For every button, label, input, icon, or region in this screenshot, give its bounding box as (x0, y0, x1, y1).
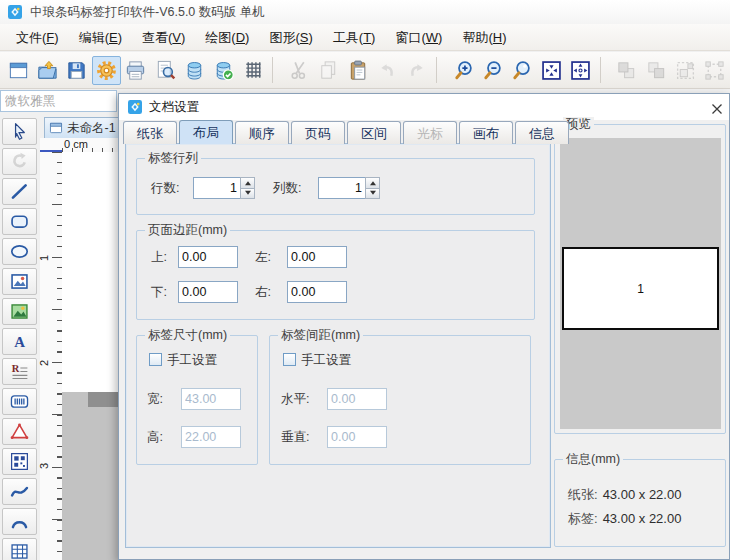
tab-order[interactable]: 顺序 (235, 121, 289, 144)
menu-shape[interactable]: 图形(S) (259, 24, 322, 51)
tab-layout[interactable]: 布局 (179, 120, 233, 144)
new-document-button[interactable] (4, 56, 32, 85)
tab-paper[interactable]: 纸张 (123, 121, 177, 144)
rounded-rect-tool[interactable] (2, 208, 37, 235)
document-tab[interactable]: 未命名-1 (44, 117, 120, 138)
toolbar-icon (95, 59, 118, 82)
tool-icon (9, 211, 30, 232)
zoom-out-button[interactable] (478, 56, 506, 85)
qrcode-tool[interactable] (2, 448, 37, 475)
database-button[interactable] (180, 56, 208, 85)
manual-size-label: 手工设置 (167, 352, 217, 369)
tab-page-number[interactable]: 页码 (291, 121, 345, 144)
tab-canvas[interactable]: 画布 (459, 121, 513, 144)
ellipse-tool[interactable] (2, 238, 37, 265)
open-file-button[interactable] (33, 56, 61, 85)
rotate-tool[interactable] (2, 148, 37, 175)
picture-tool[interactable] (2, 298, 37, 325)
manual-size-checkbox[interactable] (149, 353, 162, 366)
arc-tool[interactable] (2, 508, 37, 535)
line-tool[interactable] (2, 178, 37, 205)
font-family-select[interactable] (0, 90, 117, 112)
gap-vertical-input[interactable] (327, 426, 387, 448)
zoom-in-button[interactable] (449, 56, 477, 85)
paper-size-value: 43.00 x 22.00 (603, 487, 682, 502)
menu-help[interactable]: 帮助(H) (452, 24, 516, 51)
zoom-button[interactable] (508, 56, 536, 85)
send-back-button[interactable] (642, 56, 670, 85)
label-size-value: 43.00 x 22.00 (603, 511, 682, 526)
window-title: 中琅条码标签打印软件-V6.5.0 数码版 单机 (30, 0, 265, 24)
application-window: 中琅条码标签打印软件-V6.5.0 数码版 单机 文件(F)编辑(E)查看(V)… (0, 0, 730, 560)
gap-horizontal-input[interactable] (327, 388, 387, 410)
spin-down-button[interactable] (365, 189, 380, 200)
spin-up-button[interactable] (365, 177, 380, 189)
margin-left-input[interactable] (287, 246, 347, 268)
tool-icon (9, 511, 30, 532)
dialog-icon (127, 99, 143, 115)
shape-tool[interactable] (2, 418, 37, 445)
label-height-input[interactable] (181, 426, 241, 448)
margin-bottom-input[interactable] (178, 281, 238, 303)
group-title: 标签行列 (145, 151, 201, 166)
save-button[interactable] (63, 56, 91, 85)
manual-gap-checkbox[interactable] (283, 353, 296, 366)
margin-right-input[interactable] (287, 281, 347, 303)
toolbar-icon (615, 59, 638, 82)
menu-edit[interactable]: 编辑(E) (69, 24, 132, 51)
bring-front-button[interactable] (613, 56, 641, 85)
ungroup-button[interactable] (701, 56, 729, 85)
database-connect-button[interactable] (210, 56, 238, 85)
undo-button[interactable] (373, 56, 401, 85)
toolbar-separator (272, 57, 281, 83)
fit-selection-button[interactable] (566, 56, 594, 85)
table-tool[interactable] (2, 538, 37, 560)
toolbar-icon (154, 59, 177, 82)
image-frame-tool[interactable] (2, 268, 37, 295)
rich-text-tool[interactable] (2, 358, 37, 385)
close-icon (711, 103, 723, 115)
menu-window[interactable]: 窗口(W) (385, 24, 452, 51)
menu-tools[interactable]: 工具(T) (323, 24, 386, 51)
spin-down-button[interactable] (240, 189, 255, 200)
tab-cursor[interactable]: 光标 (403, 121, 457, 144)
fit-page-button[interactable] (537, 56, 565, 85)
rows-input[interactable] (193, 177, 241, 199)
paste-button[interactable] (344, 56, 372, 85)
toolbar-icon (452, 59, 475, 82)
toolbar-icon (510, 59, 533, 82)
redo-button[interactable] (403, 56, 431, 85)
group-button[interactable] (671, 56, 699, 85)
tab-range[interactable]: 区间 (347, 121, 401, 144)
menu-file[interactable]: 文件(F) (6, 24, 69, 51)
cols-input[interactable] (318, 177, 366, 199)
page-shadow (88, 392, 118, 407)
app-logo-icon (7, 4, 23, 20)
tool-icon (9, 331, 30, 352)
cols-spinner (365, 177, 380, 199)
menu-draw[interactable]: 绘图(D) (195, 24, 259, 51)
spin-up-button[interactable] (240, 177, 255, 189)
text-tool[interactable] (2, 328, 37, 355)
manual-gap-label: 手工设置 (301, 352, 351, 369)
margin-top-input[interactable] (178, 246, 238, 268)
label-width-label: 宽: (147, 388, 163, 410)
grid-settings-button[interactable] (239, 56, 267, 85)
cut-button[interactable] (285, 56, 313, 85)
toolbar-icon (569, 59, 592, 82)
copy-button[interactable] (315, 56, 343, 85)
menu-view[interactable]: 查看(V) (132, 24, 195, 51)
label-width-input[interactable] (181, 388, 241, 410)
select-tool[interactable] (2, 118, 37, 145)
document-settings-button[interactable] (92, 56, 120, 85)
tab-info[interactable]: 信息 (515, 121, 569, 144)
preview-label-cell: 1 (562, 247, 719, 330)
dialog-close-button[interactable] (703, 98, 721, 116)
toolbar-icon (317, 59, 340, 82)
label-page-canvas[interactable] (62, 152, 118, 392)
print-button[interactable] (122, 56, 150, 85)
print-preview-button[interactable] (151, 56, 179, 85)
barcode-tool[interactable] (2, 388, 37, 415)
curve-tool[interactable] (2, 478, 37, 505)
tool-icon (9, 421, 30, 442)
